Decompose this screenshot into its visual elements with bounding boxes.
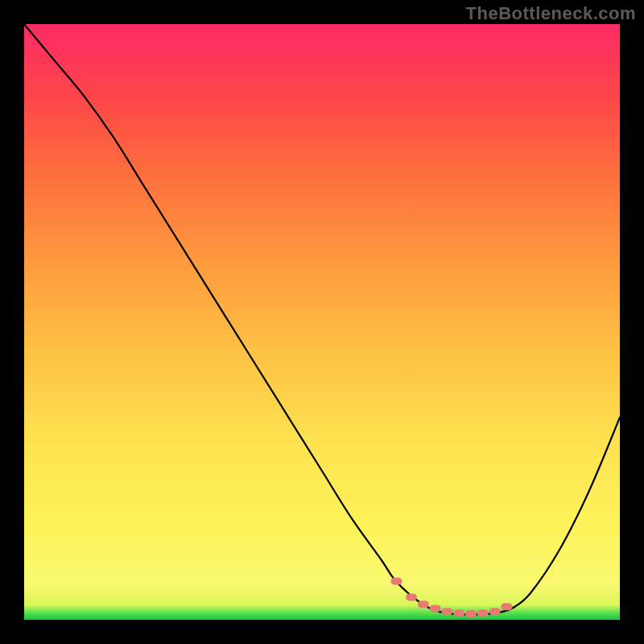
marker-dot: [430, 605, 441, 612]
marker-dot: [477, 609, 489, 617]
marker-dot: [465, 610, 477, 617]
plot-area: [24, 24, 620, 620]
watermark-label: TheBottleneck.com: [466, 3, 636, 24]
chart-frame: TheBottleneck.com: [0, 0, 644, 644]
marker-dot: [453, 609, 464, 617]
marker-dot: [391, 577, 402, 584]
marker-dot: [418, 601, 429, 608]
bottleneck-curve: [24, 24, 620, 614]
curve-layer: [24, 24, 620, 620]
marker-dot: [501, 603, 512, 610]
marker-group: [391, 577, 513, 617]
marker-dot: [441, 608, 452, 615]
marker-dot: [489, 608, 501, 615]
marker-dot: [406, 593, 417, 601]
